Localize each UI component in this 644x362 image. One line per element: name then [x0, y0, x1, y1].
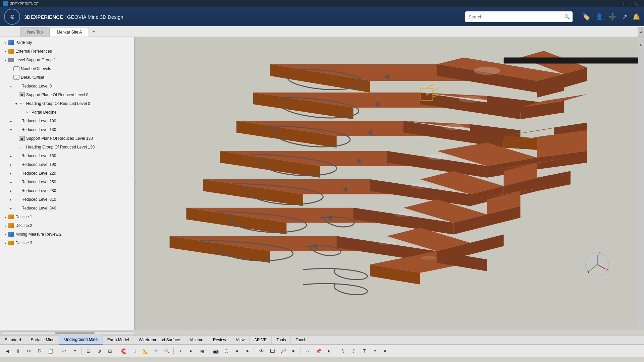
tab-add-button[interactable]: + — [89, 28, 99, 35]
tree-item-level-190[interactable]: ▸ Reduced Level 190 — [0, 160, 134, 169]
expand-level-190[interactable]: ▸ — [8, 162, 13, 167]
toolbar-capture[interactable]: 🎞 — [268, 346, 277, 356]
tree-item-decline-3[interactable]: ▸ Decline.3 — [0, 239, 134, 247]
tree-item-decline-2[interactable]: ▸ Decline.2 — [0, 221, 134, 230]
menu-tab-view[interactable]: View — [231, 335, 250, 345]
expand-decline-3[interactable]: ▸ — [3, 240, 8, 246]
toolbar-hand[interactable]: ✥ — [151, 346, 161, 356]
add-icon[interactable]: ➕ — [608, 13, 617, 21]
menu-tab-review[interactable]: Review — [208, 335, 231, 345]
toolbar-fit[interactable]: ⊟ — [84, 346, 93, 356]
toolbar-move[interactable]: ↔ — [303, 346, 312, 356]
tree-item-decline-1[interactable]: ▸ Decline.1 — [0, 213, 134, 221]
menu-tab-surface-mine[interactable]: Surface Mine — [26, 335, 60, 345]
search-icon[interactable]: 🔍 — [564, 14, 570, 19]
toolbar-zoom-area[interactable]: ⊕ — [95, 346, 104, 356]
menu-tab-arvr[interactable]: AR-VR — [250, 335, 272, 345]
toolbar-copy[interactable]: ⎘ — [35, 346, 44, 356]
share-icon[interactable]: ↗ — [622, 13, 627, 20]
bookmark-icon[interactable]: 🏷️ — [582, 13, 590, 21]
tree-item-numlevels[interactable]: N NumberOfLevels — [0, 64, 134, 73]
panel-collapse-button[interactable]: ◀ — [638, 27, 644, 37]
toolbar-camera[interactable]: 📷 — [211, 346, 220, 356]
toolbar-search-btn[interactable]: 🔍 — [162, 346, 171, 356]
edge-button-1[interactable]: ▶ — [639, 38, 644, 52]
toolbar-vr-arr[interactable]: ▶ — [289, 346, 299, 356]
toolbar-export[interactable]: ⤴ — [349, 346, 358, 356]
expand-mining-review[interactable]: ▸ — [3, 232, 8, 237]
toolbar-arrow[interactable]: ▶ — [243, 346, 253, 356]
toolbar-import[interactable]: ⤵ — [338, 346, 347, 356]
toolbar-measure[interactable]: 📐 — [141, 346, 150, 356]
tree-item-level-support[interactable]: ▾ Level Support Group.1 — [0, 56, 134, 64]
expand-level-100[interactable]: ▸ — [8, 118, 13, 124]
notification-icon[interactable]: 🔔 — [633, 13, 640, 20]
toolbar-zoom-in[interactable]: + — [176, 346, 185, 356]
toolbar-show-hide[interactable]: 👁 — [257, 346, 266, 356]
tree-item-mining-review[interactable]: ▸ Mining Measure Review.2 — [0, 230, 134, 239]
tree-item-level-160[interactable]: ▸ Reduced Level 160 — [0, 152, 134, 160]
tree-item-heading-0[interactable]: ▾ ⋯ Heading Group Of Reduced Level 0 — [0, 99, 134, 108]
tree-item-partbody[interactable]: ▸ PartBody — [0, 38, 134, 47]
menu-tab-earth-model[interactable]: Earth Model — [103, 335, 134, 345]
expand-decline-2[interactable]: ▸ — [3, 223, 8, 228]
toolbar-redo[interactable]: ▾ — [70, 346, 79, 356]
menu-tab-tools[interactable]: Tools — [272, 335, 291, 345]
expand-extref[interactable]: ▸ — [3, 49, 8, 54]
toolbar-3d-box[interactable]: ⬡ — [222, 346, 231, 356]
scroll-track[interactable] — [1, 331, 135, 334]
expand-level-support[interactable]: ▾ — [3, 57, 8, 63]
toolbar-plane[interactable]: ◻ — [130, 346, 139, 356]
maximize-view-button[interactable]: ⤢ — [635, 2, 641, 9]
toolbar-more[interactable]: ▶ — [381, 346, 390, 356]
expand-level-340[interactable]: ▸ — [8, 205, 13, 211]
expand-level-160[interactable]: ▸ — [8, 153, 13, 159]
expand-level-250[interactable]: ▸ — [8, 179, 13, 185]
expand-partbody[interactable]: ▸ — [3, 40, 8, 45]
tree-item-level-220[interactable]: ▸ Reduced Level 220 — [0, 169, 134, 178]
toolbar-text[interactable]: T — [360, 346, 369, 356]
toolbar-text-size[interactable]: A — [370, 346, 380, 356]
user-icon[interactable]: 👤 — [596, 13, 603, 20]
tree-item-level-250[interactable]: ▸ Reduced Level 250 — [0, 178, 134, 186]
tree-item-level-0[interactable]: ▾ Reduced Level 0 — [0, 82, 134, 90]
tree-item-extref[interactable]: ▸ External References — [0, 47, 134, 56]
toolbar-magnify[interactable]: 🔎 — [278, 346, 288, 356]
toolbar-arr2[interactable]: ▶ — [324, 346, 334, 356]
toolbar-pin[interactable]: 📌 — [314, 346, 323, 356]
search-input[interactable] — [465, 11, 573, 22]
expand-level-310[interactable]: ▸ — [8, 197, 13, 202]
expand-level-220[interactable]: ▸ — [8, 171, 13, 176]
tree-item-level-280[interactable]: ▸ Reduced Level 280 — [0, 186, 134, 195]
toolbar-undo[interactable]: ↩ — [59, 346, 69, 356]
menu-tab-volume[interactable]: Volume — [185, 335, 208, 345]
expand-level-0[interactable]: ▾ — [8, 83, 13, 89]
minimize-button[interactable]: ─ — [608, 0, 619, 7]
restore-button[interactable]: ❐ — [619, 0, 630, 7]
tab-menkar[interactable]: Menkar Site A — [50, 27, 89, 37]
menu-tab-wireframe[interactable]: Wireframe and Surface — [134, 335, 185, 345]
toolbar-paste[interactable]: 📋 — [46, 346, 55, 356]
expand-decline-1[interactable]: ▸ — [3, 214, 8, 220]
toolbar-sphere[interactable]: ● — [232, 346, 242, 356]
expand-level-280[interactable]: ▸ — [8, 188, 13, 193]
tab-new[interactable]: New Tab — [20, 27, 50, 37]
toolbar-anim[interactable]: ⏯ — [197, 346, 207, 356]
tree-item-level-100[interactable]: ▸ Reduced Level 100 — [0, 117, 134, 125]
menu-tab-touch[interactable]: Touch — [291, 335, 311, 345]
viewport[interactable]: Z Y X H ▶ — [136, 37, 644, 330]
menu-tab-standard[interactable]: Standard — [0, 335, 26, 345]
tree-item-defaultoffset[interactable]: D DefaultOffset — [0, 73, 134, 82]
toolbar-snap[interactable]: ⊞ — [105, 346, 115, 356]
scroll-thumb[interactable] — [55, 332, 95, 334]
tree-item-level-310[interactable]: ▸ Reduced Level 310 — [0, 195, 134, 204]
tree-item-level-130[interactable]: ▾ Reduced Level 130 — [0, 125, 134, 134]
tree-item-portal[interactable]: ✂ Portal Decline — [0, 108, 134, 117]
tree-item-heading-130[interactable]: ⋯ Heading Group Of Reduced Level 130 — [0, 143, 134, 152]
toolbar-zoom-out[interactable]: ▶ — [186, 346, 196, 356]
expand-level-130[interactable]: ▾ — [8, 127, 13, 132]
toolbar-nav-left[interactable]: ◀ — [3, 346, 12, 356]
tree-item-level-340[interactable]: ▸ Reduced Level 340 — [0, 204, 134, 213]
toolbar-select[interactable]: ⬆ — [13, 346, 23, 356]
menu-tab-underground-mine[interactable]: Underground Mine — [59, 335, 102, 345]
